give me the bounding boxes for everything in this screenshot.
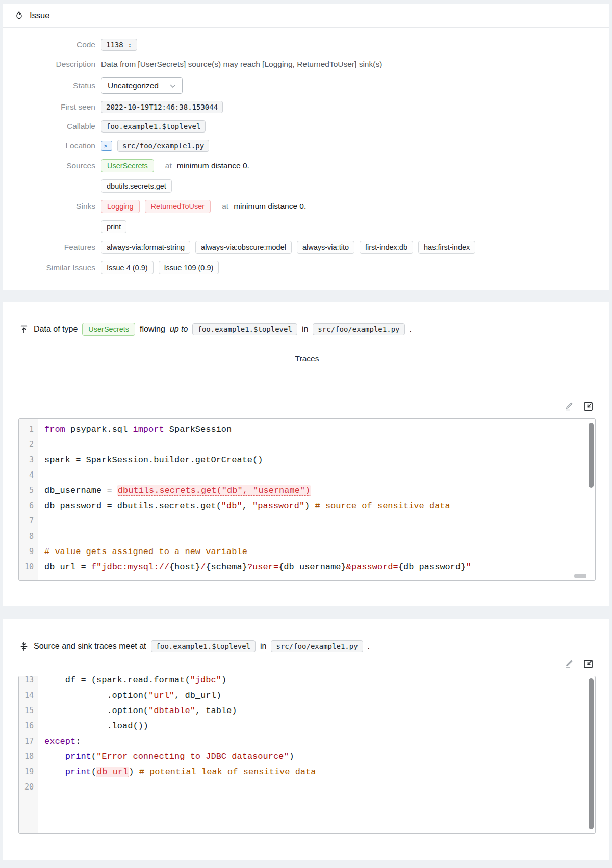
line-number: 4 xyxy=(19,470,38,480)
line-number: 3 xyxy=(19,455,38,464)
line-number: 9 xyxy=(19,547,38,556)
source-type-badge: UserSecrets xyxy=(82,323,135,336)
feature-badge: always-via:tito xyxy=(297,241,354,254)
divider-line xyxy=(20,359,288,359)
field-row-features: Features always-via:format-string always… xyxy=(3,241,595,254)
source-distance-link[interactable]: minimum distance 0. xyxy=(177,161,249,170)
sink-type-badge[interactable]: ReturnedToUser xyxy=(145,200,211,213)
location-chip: src/foo/example1.py xyxy=(117,140,209,152)
meet-trace-panel: Source and sink traces meet at foo.examp… xyxy=(3,619,609,860)
arrows-meet-icon xyxy=(19,641,29,651)
code-line: 16 .load()) xyxy=(19,718,595,733)
meet-trace-heading: Source and sink traces meet at foo.examp… xyxy=(3,620,609,652)
issue-fields: Code 1138 : Description Data from [UserS… xyxy=(3,28,609,290)
code-line: 1from psypark.sql import SparkSession xyxy=(19,422,595,437)
field-row-first-seen: First seen 2022-10-19T12:46:38.153044 xyxy=(3,101,595,113)
code-line: 13 df = (spark.read.format("jdbc") xyxy=(19,676,595,688)
vertical-scrollbar[interactable] xyxy=(589,423,594,488)
vertical-scrollbar[interactable] xyxy=(589,678,594,829)
line-number: 1 xyxy=(19,425,38,434)
code-line: 19 print(db_url) # potential leak of sen… xyxy=(19,764,595,779)
at-word: at xyxy=(165,161,172,170)
field-label: Similar Issues xyxy=(3,263,101,272)
field-row-sinks: Sinks Logging ReturnedToUser at minimum … xyxy=(3,200,595,213)
code-line: 20 xyxy=(19,779,595,795)
heading-emphasis: up to xyxy=(170,325,188,334)
field-label: Status xyxy=(3,81,101,90)
line-number: 13 xyxy=(19,676,38,685)
field-row-source-callees: dbutils.secrets.get xyxy=(3,179,595,193)
file-chip: src/foo/example1.py xyxy=(313,323,404,335)
similar-issue-badge[interactable]: Issue 4 (0.9) xyxy=(101,261,154,274)
field-label: First seen xyxy=(3,102,101,112)
field-label: Location xyxy=(3,141,101,150)
editor-toolbar xyxy=(3,401,594,414)
code-line: 7 xyxy=(19,513,595,529)
line-number: 15 xyxy=(19,706,38,715)
heading-text: in xyxy=(260,642,266,651)
arrow-up-to-bar-icon xyxy=(19,324,29,334)
code-line: 9# value gets assigned to a new variable xyxy=(19,544,595,559)
issue-panel-header: Issue xyxy=(3,4,609,28)
chevron-down-icon xyxy=(170,81,176,90)
editor-toolbar xyxy=(3,659,594,671)
open-in-dock-icon[interactable] xyxy=(583,659,594,671)
sink-distance-link[interactable]: minimum distance 0. xyxy=(234,202,306,211)
source-trace-code-editor[interactable]: 1from psypark.sql import SparkSession23s… xyxy=(18,418,596,581)
code-line: 2 xyxy=(19,437,595,452)
field-label: Sinks xyxy=(3,202,101,211)
feature-badge: has:first-index xyxy=(418,241,475,254)
status-value: Uncategorized xyxy=(108,81,159,90)
callable-chip: foo.example1.$toplevel xyxy=(101,120,206,133)
line-number: 17 xyxy=(19,737,38,746)
first-seen-chip: 2022-10-19T12:46:38.153044 xyxy=(101,101,223,113)
issue-code-chip: 1138 : xyxy=(101,39,137,51)
callable-chip: foo.example1.$toplevel xyxy=(192,323,297,335)
field-label: Features xyxy=(3,243,101,252)
divider-label: Traces xyxy=(295,354,319,363)
heading-text: in xyxy=(302,325,308,334)
source-trace-panel: Data of type UserSecrets flowing up to f… xyxy=(3,302,609,606)
line-number: 19 xyxy=(19,767,38,776)
meet-trace-code-editor[interactable]: 13 df = (spark.read.format("jdbc")14 .op… xyxy=(18,676,596,834)
open-in-dock-icon[interactable] xyxy=(583,401,594,414)
code-line: 6db_password = dbutils.secrets.get("db",… xyxy=(19,498,595,513)
code-line: 10db_url = f"jdbc:mysql://{host}/{schema… xyxy=(19,559,595,574)
source-type-badge[interactable]: UserSecrets xyxy=(101,159,154,172)
code-line: 14 .option("url", db_url) xyxy=(19,688,595,703)
code-line: 4 xyxy=(19,467,595,483)
sink-type-badge[interactable]: Logging xyxy=(101,200,140,213)
heading-text: . xyxy=(368,642,370,651)
field-label: Description xyxy=(3,60,101,69)
line-number: 20 xyxy=(19,782,38,792)
field-row-description: Description Data from [UserSecrets] sour… xyxy=(3,58,595,70)
feature-badge: always-via:format-string xyxy=(101,241,190,254)
field-row-similar-issues: Similar Issues Issue 4 (0.9) Issue 109 (… xyxy=(3,261,595,274)
line-number: 7 xyxy=(19,516,38,525)
source-callee-badge: dbutils.secrets.get xyxy=(101,179,172,193)
at-word: at xyxy=(222,202,228,211)
issue-description-text: Data from [UserSecrets] source(s) may re… xyxy=(101,60,382,69)
heading-text: flowing xyxy=(140,325,165,334)
heading-text: . xyxy=(410,325,412,334)
line-number: 14 xyxy=(19,691,38,700)
similar-issue-badge[interactable]: Issue 109 (0.9) xyxy=(159,261,219,274)
source-trace-heading: Data of type UserSecrets flowing up to f… xyxy=(3,302,609,336)
feature-badge: always-via:obscure:model xyxy=(195,241,292,254)
line-number: 10 xyxy=(19,562,38,571)
open-in-terminal-icon[interactable]: >_ xyxy=(101,141,112,151)
horizontal-scrollbar[interactable] xyxy=(574,574,586,578)
field-label: Sources xyxy=(3,161,101,170)
flame-icon xyxy=(14,11,24,20)
callable-chip: foo.example1.$toplevel xyxy=(151,640,256,652)
code-line: 8 xyxy=(19,529,595,544)
line-number: 2 xyxy=(19,440,38,449)
edit-icon[interactable] xyxy=(564,659,574,671)
edit-icon[interactable] xyxy=(564,401,574,414)
code-line: 15 .option("dbtable", table) xyxy=(19,703,595,718)
code-line: 17except: xyxy=(19,733,595,749)
field-label: Callable xyxy=(3,122,101,131)
status-dropdown[interactable]: Uncategorized xyxy=(101,77,183,94)
panel-title: Issue xyxy=(30,11,49,20)
line-number: 8 xyxy=(19,532,38,541)
